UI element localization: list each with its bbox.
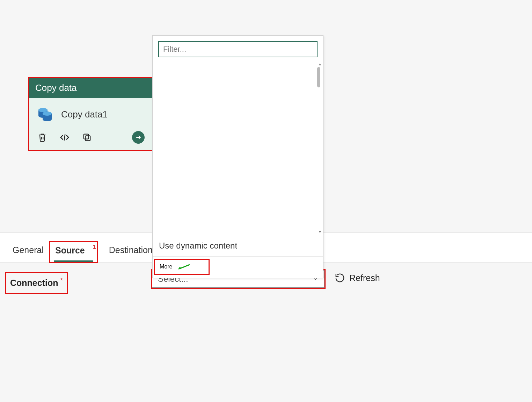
refresh-button[interactable]: Refresh [335,273,380,283]
delete-icon[interactable] [37,132,48,143]
tab-source-badge: 1 [93,244,96,250]
refresh-label: Refresh [349,273,380,283]
tab-general[interactable]: General [7,245,49,262]
use-dynamic-content-item[interactable]: Use dynamic content [153,235,323,256]
database-icon [37,106,53,123]
scroll-up-icon[interactable]: ▴ [319,62,321,66]
tab-source-label: Source [55,245,85,255]
activity-toolbar [29,126,152,150]
more-label: More [160,264,172,270]
activity-body: Copy data1 [29,98,152,126]
svg-rect-5 [84,134,89,139]
required-star-icon: * [60,278,63,283]
more-item[interactable]: More [154,259,210,275]
dropdown-scroll-area[interactable]: ▴ ▾ [153,61,323,235]
tab-destination-label: Destination [109,245,153,255]
connection-label-box: Connection * [5,272,68,294]
filter-input[interactable] [158,41,318,57]
connection-dropdown-panel: ▴ ▾ Use dynamic content More [152,35,323,278]
copy-icon[interactable] [81,132,93,143]
tab-destination[interactable]: Destination 1 [98,245,161,262]
run-arrow-icon[interactable] [132,131,145,144]
tab-source[interactable]: Source 1 [49,241,98,263]
refresh-icon [335,273,345,283]
scrollbar-thumb[interactable] [317,67,320,87]
connection-label: Connection [10,278,58,288]
svg-point-3 [43,112,52,116]
svg-rect-4 [85,136,90,141]
scroll-down-icon[interactable]: ▾ [319,229,321,234]
annotation-arrow-icon [177,263,190,270]
activity-name: Copy data1 [61,109,108,120]
copy-data-activity-card[interactable]: Copy data Copy data1 [28,77,153,151]
code-icon[interactable] [59,132,70,143]
activity-header: Copy data [29,78,152,98]
